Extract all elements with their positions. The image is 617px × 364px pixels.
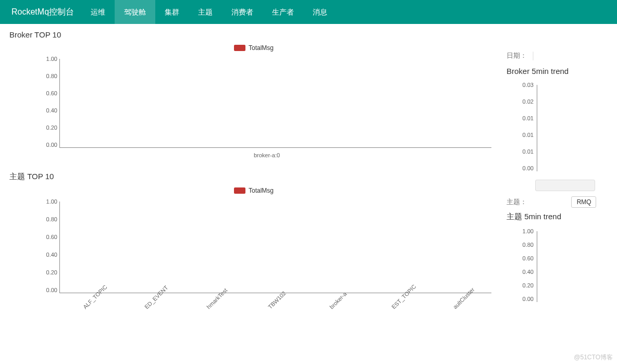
y-axis: 0.030.020.010.010.010.00 — [514, 82, 535, 171]
nav-item-1[interactable]: 驾驶舱 — [115, 0, 155, 24]
chart-legend[interactable]: TotalMsg — [6, 44, 501, 52]
chart-broker-top10: Broker TOP 10 TotalMsg 1.000.800.600.400… — [6, 30, 501, 157]
chart-topic-top10: 主题 TOP 10 TotalMsg 1.000.800.600.400.200… — [6, 172, 501, 303]
y-tick: 0.40 — [36, 107, 57, 114]
chart-plot — [59, 59, 491, 148]
y-tick: 0.80 — [36, 216, 57, 222]
date-label: 日期： — [507, 51, 533, 60]
brand-title: RocketMq控制台 — [4, 0, 81, 24]
content: Broker TOP 10 TotalMsg 1.000.800.600.400… — [0, 24, 617, 317]
x-tick: broker-a — [328, 291, 348, 310]
chart-title: Broker 5min trend — [507, 67, 616, 76]
navbar: RocketMq控制台 运维驾驶舱集群主题消费者生产者消息 — [0, 0, 617, 24]
right-column: 日期： Broker 5min trend 0.030.020.010.010.… — [501, 30, 616, 317]
y-tick: 0.00 — [36, 287, 57, 293]
chart-topic-5min: 1.000.800.600.400.200.00 — [517, 228, 616, 306]
x-axis-categories: ALF_TOPICED_EVENThmarkTestTBW102broker-a… — [59, 302, 491, 328]
chart-title: Broker TOP 10 — [6, 30, 501, 39]
chart-legend[interactable]: TotalMsg — [6, 187, 501, 194]
watermark: @51CTO博客 — [574, 353, 613, 362]
y-tick: 0.01 — [513, 148, 534, 155]
nav-item-2[interactable]: 集群 — [155, 0, 189, 24]
y-tick: 0.20 — [36, 269, 57, 275]
chart-title: 主题 5min trend — [507, 212, 616, 222]
chart-plot — [537, 85, 616, 171]
nav-item-6[interactable]: 消息 — [303, 0, 337, 24]
date-row: 日期： — [507, 51, 616, 60]
y-tick: 1.00 — [36, 56, 57, 62]
y-tick: 0.80 — [36, 73, 57, 79]
y-axis: 1.000.800.600.400.200.00 — [38, 198, 58, 293]
nav-item-5[interactable]: 生产者 — [263, 0, 303, 24]
y-axis: 1.000.800.600.400.200.00 — [514, 228, 535, 302]
y-tick: 0.00 — [513, 296, 534, 302]
y-tick: 0.40 — [513, 269, 534, 275]
y-tick: 1.00 — [513, 228, 534, 234]
date-input[interactable] — [533, 52, 534, 60]
chart-title: 主题 TOP 10 — [6, 172, 501, 182]
y-tick: 0.01 — [513, 115, 534, 121]
nav-item-3[interactable]: 主题 — [189, 0, 222, 24]
y-tick: 0.00 — [513, 165, 534, 171]
y-tick: 0.20 — [513, 282, 534, 288]
left-column: Broker TOP 10 TotalMsg 1.000.800.600.400… — [6, 30, 501, 317]
y-tick: 0.03 — [513, 82, 534, 88]
x-axis-label: broker-a:0 — [254, 152, 280, 158]
y-tick: 1.00 — [36, 198, 57, 205]
nav-item-4[interactable]: 消费者 — [222, 0, 263, 24]
chart-plot — [537, 231, 616, 302]
y-tick: 0.20 — [36, 124, 57, 131]
chart-plot — [59, 202, 491, 293]
chart-area: 1.000.800.600.400.200.00 broker-a:0 — [43, 56, 491, 157]
legend-swatch-icon — [234, 45, 245, 51]
chart-area: 1.000.800.600.400.200.00 ALF_TOPICED_EVE… — [43, 198, 491, 303]
legend-label: TotalMsg — [249, 187, 274, 194]
y-tick: 0.00 — [36, 142, 57, 148]
topic-label: 主题： — [507, 197, 533, 207]
y-tick: 0.60 — [36, 234, 57, 240]
chart-broker-5min: 0.030.020.010.010.010.00 — [517, 82, 616, 175]
nav-item-0[interactable]: 运维 — [81, 0, 115, 24]
topic-row: 主题： RMQ — [507, 196, 616, 208]
chart-slider[interactable] — [535, 180, 595, 191]
legend-swatch-icon — [234, 187, 245, 194]
y-axis: 1.000.800.600.400.200.00 — [38, 56, 58, 148]
y-tick: 0.60 — [513, 255, 534, 261]
y-tick: 0.01 — [513, 132, 534, 138]
nav-items: 运维驾驶舱集群主题消费者生产者消息 — [81, 0, 337, 24]
y-tick: 0.80 — [513, 242, 534, 248]
topic-select[interactable]: RMQ — [571, 196, 596, 208]
y-tick: 0.02 — [513, 98, 534, 105]
legend-label: TotalMsg — [249, 44, 274, 52]
y-tick: 0.60 — [36, 90, 57, 96]
y-tick: 0.40 — [36, 252, 57, 258]
